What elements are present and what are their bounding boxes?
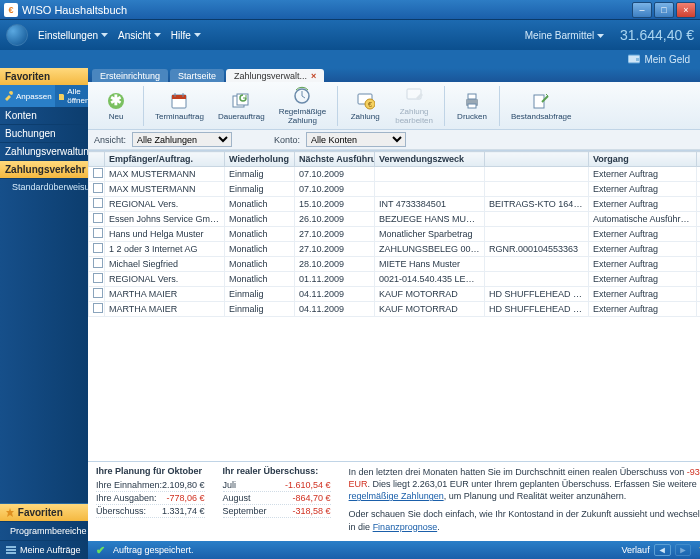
folder-open-icon <box>58 91 65 101</box>
cell: Michael Siegfried <box>105 257 225 272</box>
toolbar-bestandsabfrage-button[interactable]: Bestandsabfrage <box>505 89 578 123</box>
filter-konto-select[interactable]: Alle Konten <box>306 132 406 147</box>
sidebar-item-konten[interactable]: Konten <box>0 107 88 125</box>
table-row[interactable]: 1 2 oder 3 Internet AGMonatlich27.10.200… <box>89 242 701 257</box>
sidebar-subitem-standardueberweisung[interactable]: Standardüberweisung <box>0 179 88 195</box>
sidebar-favoriten-header[interactable]: Favoriten <box>0 68 88 85</box>
cell-betrag: -17,23 <box>697 167 701 182</box>
toolbar-neu-button[interactable]: ✱ Neu <box>94 89 138 123</box>
cell: Automatische Ausführung <box>589 212 697 227</box>
footer-info-text: In den letzten drei Monaten hatten Sie i… <box>349 466 700 539</box>
account-selector[interactable]: Meine Barmittel <box>525 30 604 41</box>
printer-icon <box>462 91 482 111</box>
cell: RGNR.000104553363 <box>485 242 589 257</box>
menu-einstellungen[interactable]: Einstellungen <box>38 30 108 41</box>
tab-startseite[interactable]: Startseite <box>170 69 224 82</box>
sidebar-item-buchungen[interactable]: Buchungen <box>0 125 88 143</box>
tab-ersteinrichtung[interactable]: Ersteinrichtung <box>92 69 168 82</box>
tab-zahlungsverwaltung[interactable]: Zahlungsverwalt...× <box>226 69 324 82</box>
minimize-button[interactable]: – <box>632 2 652 18</box>
col-header[interactable] <box>89 152 105 167</box>
history-back-button[interactable]: ◄ <box>654 544 671 556</box>
cell: 27.10.2009 <box>295 227 375 242</box>
cell: MAX MUSTERMANN <box>105 167 225 182</box>
table-row[interactable]: REGIONAL Vers.Monatlich01.11.20090021-01… <box>89 272 701 287</box>
close-button[interactable]: × <box>676 2 696 18</box>
filter-ansicht-select[interactable]: Alle Zahlungen <box>132 132 232 147</box>
edit-payment-icon <box>404 86 424 106</box>
cell <box>485 182 589 197</box>
menu-hilfe[interactable]: Hilfe <box>171 30 201 41</box>
row-checkbox[interactable] <box>93 213 103 223</box>
toolbar-zahlung-button[interactable]: € Zahlung <box>343 89 387 123</box>
toolbar-drucken-button[interactable]: Drucken <box>450 89 494 123</box>
chevron-down-icon <box>154 33 161 37</box>
cell: 26.10.2009 <box>295 212 375 227</box>
table-row[interactable]: MAX MUSTERMANNEinmalig07.10.2009Externer… <box>89 167 701 182</box>
toolbar: ✱ Neu Terminauftrag Dauerauftrag Regelmä… <box>88 82 700 130</box>
cell: Monatlicher Sparbetrag <box>375 227 485 242</box>
cell: 04.11.2009 <box>295 302 375 317</box>
sidebar-anpassen[interactable]: Anpassen <box>0 85 55 107</box>
footer-ueberschuss: Ihr realer Überschuss: Juli-1.610,54 €Au… <box>223 466 331 539</box>
cell: Externer Auftrag <box>589 242 697 257</box>
maximize-button[interactable]: □ <box>654 2 674 18</box>
col-header[interactable] <box>485 152 589 167</box>
link-finanzprognose[interactable]: Finanzprognose <box>373 522 438 532</box>
col-header[interactable]: Empfänger/Auftrag. <box>105 152 225 167</box>
cell: ZAHLUNGSBELEG 00217 <box>375 242 485 257</box>
row-checkbox[interactable] <box>93 288 103 298</box>
row-checkbox[interactable] <box>93 258 103 268</box>
cell <box>375 182 485 197</box>
cell: INT 4733384501 <box>375 197 485 212</box>
table-row[interactable]: REGIONAL Vers.Monatlich15.10.2009INT 473… <box>89 197 701 212</box>
sidebar-item-zahlungsverkehr[interactable]: Zahlungsverkehr <box>0 161 88 179</box>
row-checkbox[interactable] <box>93 168 103 178</box>
sidebar-bottom-favoriten[interactable]: Favoriten <box>0 504 88 521</box>
row-checkbox[interactable] <box>93 228 103 238</box>
toolbar-dauerauftrag-button[interactable]: Dauerauftrag <box>212 89 271 123</box>
sidebar-bottom-meine-auftraege[interactable]: Meine Aufträge <box>0 540 88 559</box>
app-icon: € <box>4 3 18 17</box>
toolbar-terminauftrag-button[interactable]: Terminauftrag <box>149 89 210 123</box>
cell: Monatlich <box>225 242 295 257</box>
sidebar-bottom-programmbereiche[interactable]: Programmbereiche <box>0 521 88 540</box>
cell <box>485 272 589 287</box>
toolbar-regelmaessige-button[interactable]: Regelmäßige Zahlung <box>273 84 333 127</box>
table-row[interactable]: MAX MUSTERMANNEinmalig07.10.2009Externer… <box>89 182 701 197</box>
tab-close-icon[interactable]: × <box>311 71 316 81</box>
filter-konto-label: Konto: <box>274 135 300 145</box>
table-row[interactable]: Essen Johns Service GmbHMonatlich26.10.2… <box>89 212 701 227</box>
star-icon <box>5 508 15 518</box>
row-checkbox[interactable] <box>93 198 103 208</box>
col-header[interactable]: Betrag <box>697 152 701 167</box>
col-header[interactable]: Verwendungszweck <box>375 152 485 167</box>
payment-icon: € <box>355 91 375 111</box>
app-orb-button[interactable] <box>6 24 28 46</box>
sidebar-bottom: Favoriten Programmbereiche Meine Aufträg… <box>0 503 88 559</box>
col-header[interactable]: Wiederholung <box>225 152 295 167</box>
table-row[interactable]: MARTHA MAIEREinmalig04.11.2009KAUF MOTOR… <box>89 287 701 302</box>
footer-planung-header: Ihre Planung für Oktober <box>96 466 205 476</box>
history-fwd-button[interactable]: ► <box>675 544 692 556</box>
new-star-icon: ✱ <box>106 91 126 111</box>
cell: Monatlich <box>225 257 295 272</box>
table-row[interactable]: Hans und Helga MusterMonatlich27.10.2009… <box>89 227 701 242</box>
table-row[interactable]: Michael SiegfriedMonatlich28.10.2009MIET… <box>89 257 701 272</box>
row-checkbox[interactable] <box>93 183 103 193</box>
cell: Einmalig <box>225 302 295 317</box>
menu-ansicht[interactable]: Ansicht <box>118 30 161 41</box>
sidebar-item-zahlungsverwaltung[interactable]: Zahlungsverwaltung <box>0 143 88 161</box>
svg-rect-6 <box>6 546 16 548</box>
row-checkbox[interactable] <box>93 243 103 253</box>
window-titlebar: € WISO Haushaltsbuch – □ × <box>0 0 700 20</box>
row-checkbox[interactable] <box>93 303 103 313</box>
recurring-payment-icon <box>292 86 312 106</box>
col-header[interactable]: Vorgang <box>589 152 697 167</box>
link-regelmaessige-zahlungen[interactable]: regelmäßige Zahlungen <box>349 491 444 501</box>
row-checkbox[interactable] <box>93 273 103 283</box>
mein-geld-link[interactable]: Mein Geld <box>628 54 690 65</box>
col-header[interactable]: Nächste Ausführung <box>295 152 375 167</box>
cell: Externer Auftrag <box>589 182 697 197</box>
table-row[interactable]: MARTHA MAIEREinmalig04.11.2009KAUF MOTOR… <box>89 302 701 317</box>
